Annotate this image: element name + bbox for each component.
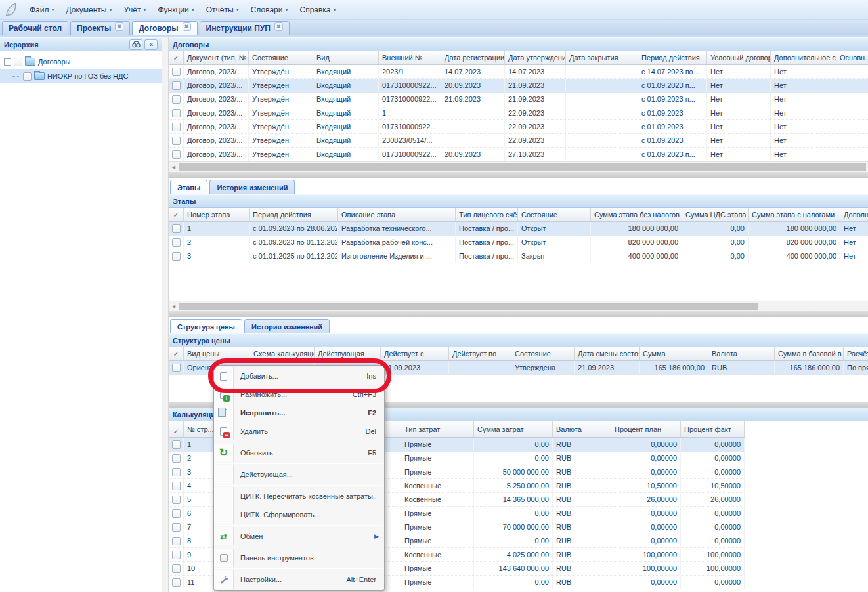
- menubar-item[interactable]: Функции▾: [152, 3, 200, 17]
- row-checkbox[interactable]: [172, 137, 181, 145]
- row-checkbox[interactable]: [172, 496, 181, 504]
- column-header[interactable]: Период действия: [250, 208, 338, 221]
- row-checkbox[interactable]: [172, 95, 181, 104]
- column-header[interactable]: Документ (тип, №: [184, 51, 249, 64]
- column-header[interactable]: Сумма: [640, 347, 708, 360]
- column-header[interactable]: Состояние: [249, 51, 313, 64]
- table-row[interactable]: Договор, 2023/...УтверждёнВходящий017310…: [169, 79, 868, 93]
- tree-item[interactable]: Договоры: [0, 54, 162, 69]
- column-header[interactable]: Сумма этапа с налогами: [749, 208, 840, 221]
- column-header[interactable]: Сумма затрат: [474, 421, 553, 437]
- column-header[interactable]: Вид: [313, 51, 379, 64]
- section-tab[interactable]: История изменений: [244, 319, 330, 333]
- table-row[interactable]: Договор, 2023/...УтверждёнВходящий017310…: [169, 148, 868, 161]
- horizontal-splitter[interactable]: [169, 311, 868, 317]
- column-header[interactable]: Период действия..: [638, 51, 707, 64]
- select-all-column-header[interactable]: ✓: [169, 421, 184, 437]
- row-checkbox[interactable]: [172, 564, 181, 573]
- main-tab[interactable]: Проекты✖: [70, 21, 130, 35]
- column-header[interactable]: Действует с: [381, 347, 449, 360]
- context-menu-item[interactable]: ⇄Обмен▶: [214, 527, 384, 545]
- contracts-horizontal-scrollbar[interactable]: ◀: [169, 161, 868, 172]
- column-header[interactable]: Сумма в базовой в: [775, 347, 844, 360]
- main-tab[interactable]: Рабочий стол: [2, 21, 68, 35]
- table-row[interactable]: 1с 01.09.2023 по 28.06.2024Разработка те…: [169, 222, 868, 236]
- tree-item[interactable]: НИОКР по ГОЗ без НДС: [0, 69, 162, 83]
- column-header[interactable]: Номер этапа: [184, 208, 250, 221]
- tree-expander-icon[interactable]: [4, 58, 11, 66]
- context-menu-item[interactable]: ↻ОбновитьF5: [214, 444, 384, 462]
- row-checkbox[interactable]: [172, 509, 181, 518]
- context-menu-item[interactable]: −УдалитьDel: [214, 422, 384, 440]
- column-header[interactable]: Основн...: [836, 51, 868, 64]
- scroll-left-arrow-icon[interactable]: ◀: [169, 163, 178, 171]
- row-checkbox[interactable]: [172, 537, 181, 545]
- column-header[interactable]: Процент факт: [681, 421, 745, 437]
- row-checkbox[interactable]: [172, 123, 181, 131]
- row-checkbox[interactable]: [172, 81, 181, 90]
- main-tab[interactable]: Договоры✖: [132, 21, 197, 35]
- menubar-item[interactable]: Словари▾: [245, 3, 294, 17]
- stages-horizontal-scrollbar[interactable]: ◀: [169, 301, 868, 311]
- context-menu-item[interactable]: Настройки...Alt+Enter: [214, 570, 384, 589]
- select-all-column-header[interactable]: ✓: [169, 347, 184, 360]
- column-header[interactable]: Тип затрат: [401, 421, 474, 437]
- tree-item-checkbox[interactable]: [23, 72, 32, 81]
- row-checkbox[interactable]: [172, 468, 181, 476]
- row-checkbox[interactable]: [172, 482, 181, 490]
- menubar-item[interactable]: Файл▾: [24, 3, 60, 17]
- context-menu-item[interactable]: ЦИТК. Пересчитать косвенные затраты...: [214, 487, 384, 505]
- table-row[interactable]: Договор, 2023/...УтверждёнВходящий2023/1…: [169, 65, 868, 79]
- column-header[interactable]: Дата смены состоя: [575, 347, 640, 360]
- column-header[interactable]: Условный договор: [707, 51, 771, 64]
- row-checkbox[interactable]: [172, 109, 181, 117]
- vertical-splitter[interactable]: [162, 37, 169, 592]
- row-checkbox[interactable]: [172, 454, 181, 463]
- column-header[interactable]: Валюта: [708, 347, 775, 360]
- row-checkbox[interactable]: [172, 238, 181, 247]
- table-row[interactable]: Договор, 2023/...УтверждёнВходящий122.09…: [169, 106, 868, 120]
- row-checkbox[interactable]: [172, 551, 181, 559]
- table-row[interactable]: 2с 01.09.2023 по 01.12.2024Разработка ра…: [169, 236, 868, 249]
- column-header[interactable]: Состояние: [518, 208, 591, 221]
- row-checkbox[interactable]: [172, 68, 181, 76]
- column-header[interactable]: Тип лицевого счёт: [456, 208, 518, 221]
- row-checkbox[interactable]: [172, 224, 181, 233]
- collapse-panel-button[interactable]: «: [144, 39, 158, 50]
- column-header[interactable]: Дата регистрации: [441, 51, 505, 64]
- row-checkbox[interactable]: [172, 150, 181, 159]
- row-checkbox[interactable]: [172, 523, 181, 532]
- column-header[interactable]: Сумма НДС этапа: [682, 208, 749, 221]
- scrollbar-thumb[interactable]: [179, 163, 866, 171]
- close-tab-icon[interactable]: ✖: [183, 22, 191, 31]
- column-header[interactable]: Описание этапа: [338, 208, 456, 221]
- context-menu-item[interactable]: ЦИТК. Сформировать...: [214, 505, 384, 524]
- select-all-column-header[interactable]: ✓: [169, 51, 184, 64]
- main-tab[interactable]: Инструкции ПУП✖: [200, 21, 290, 35]
- menubar-item[interactable]: Справка▾: [293, 3, 341, 17]
- context-menu-item[interactable]: Исправить...F2: [214, 404, 384, 422]
- table-row[interactable]: Договор, 2023/...УтверждёнВходящий017310…: [169, 93, 868, 106]
- scrollbar-thumb[interactable]: [179, 303, 758, 310]
- column-header[interactable]: Процент план: [611, 421, 681, 437]
- table-row[interactable]: 3с 01.01.2025 по 01.12.2025Изготовление …: [169, 249, 868, 263]
- column-header[interactable]: Валюта: [553, 421, 611, 437]
- column-header[interactable]: Действует по: [449, 347, 511, 360]
- column-header[interactable]: Расчёт: [844, 347, 868, 360]
- section-tab[interactable]: Структура цены: [170, 319, 242, 333]
- close-tab-icon[interactable]: ✖: [274, 22, 283, 31]
- row-checkbox[interactable]: [172, 364, 181, 372]
- column-header[interactable]: Дополн...: [840, 208, 868, 221]
- menubar-item[interactable]: Отчёты▾: [200, 3, 245, 17]
- row-checkbox[interactable]: [172, 252, 181, 261]
- column-header[interactable]: Сумма этапа без налогов: [591, 208, 682, 221]
- tree-item-checkbox[interactable]: [14, 58, 22, 66]
- section-tab[interactable]: Этапы: [170, 180, 207, 194]
- column-header[interactable]: Дата утверждения: [505, 51, 566, 64]
- table-row[interactable]: Договор, 2023/...УтверждёнВходящий017310…: [169, 120, 868, 134]
- row-checkbox[interactable]: [172, 578, 181, 587]
- column-header[interactable]: Дополнительное с: [771, 51, 836, 64]
- menubar-item[interactable]: Учёт▾: [118, 3, 152, 17]
- select-all-column-header[interactable]: ✓: [169, 208, 184, 221]
- horizontal-splitter[interactable]: [169, 172, 868, 178]
